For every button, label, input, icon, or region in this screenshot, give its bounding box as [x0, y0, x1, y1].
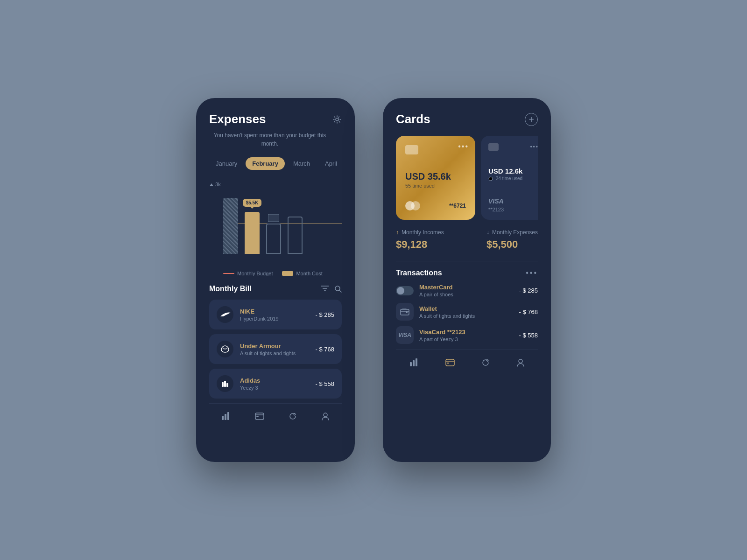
left-bottom-nav [209, 403, 342, 422]
transaction-wallet[interactable]: Wallet A suit of tights and tights - $ 7… [396, 303, 538, 321]
right-nav-profile-icon[interactable] [514, 357, 527, 369]
search-icon[interactable] [334, 285, 342, 293]
svg-rect-9 [226, 383, 228, 387]
income-arrow-icon: ↑ [396, 229, 399, 236]
legend-cost: Month Cost [282, 271, 322, 276]
svg-rect-7 [222, 382, 224, 387]
chart-legend: Monthly Budget Month Cost [209, 271, 342, 276]
month-tabs: January February March April [209, 157, 342, 170]
underarmour-logo [217, 341, 233, 357]
bar-march [266, 214, 281, 254]
mastercard-desc: A pair of shoes [419, 292, 514, 297]
bar-tooltip: $5.5K [243, 199, 262, 207]
expenses-label: ↓ Monthly Expenses [486, 229, 538, 236]
card-secondary-top: ••• [488, 143, 538, 151]
card-chip [405, 145, 418, 154]
adidas-logo [217, 375, 233, 392]
svg-point-16 [324, 413, 327, 417]
right-nav-card-icon[interactable] [444, 357, 457, 368]
svg-rect-24 [446, 359, 454, 366]
cost-indicator [282, 271, 293, 276]
right-nav-refresh-icon[interactable] [479, 357, 492, 369]
cards-header: Cards + [396, 112, 538, 126]
visa-info: VisaCard **2123 A part of Yeezy 3 [419, 329, 514, 342]
settings-icon[interactable] [332, 115, 342, 124]
card-main-bottom: **6721 [405, 201, 466, 210]
card-secondary-used: 24 time used [488, 176, 538, 181]
adidas-name: Adidas [240, 377, 309, 384]
card-secondary-visa-label: VISA [488, 197, 538, 205]
cards-carousel: ••• USD 35.6k 55 time used **6721 [396, 136, 538, 220]
bill-item-nike[interactable]: NIKE HyperDunk 2019 - $ 285 [209, 300, 342, 329]
card-secondary[interactable]: ••• USD 12.6k 24 time used VISA **2123 [481, 136, 538, 220]
svg-rect-12 [227, 412, 229, 420]
card-main-amount: USD 35.6k [405, 171, 466, 182]
transactions-title: Transactions [396, 269, 442, 277]
tab-january[interactable]: January [209, 157, 244, 170]
card-main-number: **6721 [449, 203, 466, 209]
bill-item-underarmour[interactable]: Under Armour A suit of tights and tights… [209, 334, 342, 364]
visa-name: VisaCard **2123 [419, 329, 514, 336]
transaction-visacard[interactable]: VISA VisaCard **2123 A part of Yeezy 3 -… [396, 326, 538, 344]
incomes-amount: $9,128 [396, 238, 444, 251]
card-secondary-number: **2123 [488, 207, 538, 212]
underarmour-name: Under Armour [240, 343, 309, 350]
bill-item-adidas[interactable]: Adidas Yeezy 3 - $ 558 [209, 369, 342, 399]
chart-bars: $5.5K [209, 179, 342, 254]
nike-name: NIKE [240, 308, 309, 315]
bar-april [288, 217, 303, 254]
transaction-mastercard[interactable]: MasterCard A pair of shoes - $ 285 [396, 284, 538, 297]
underarmour-info: Under Armour A suit of tights and tights [240, 343, 309, 356]
phones-container: Expenses You haven't spent more than you… [196, 98, 551, 462]
tab-april[interactable]: April [318, 157, 344, 170]
svg-rect-23 [416, 358, 417, 366]
bar-january [223, 198, 238, 254]
svg-point-0 [336, 118, 338, 121]
nav-chart-icon[interactable] [219, 410, 233, 422]
nike-logo [217, 306, 233, 323]
card-secondary-menu[interactable]: ••• [530, 144, 538, 150]
mastercard-info: MasterCard A pair of shoes [419, 284, 514, 297]
nav-card-icon[interactable] [253, 411, 266, 422]
expenses-title: Expenses [209, 112, 266, 126]
nav-refresh-icon[interactable] [287, 410, 299, 422]
tab-february[interactable]: February [246, 157, 285, 170]
transactions-header: Transactions ••• [396, 269, 538, 277]
card-main-gold[interactable]: ••• USD 35.6k 55 time used **6721 [396, 136, 475, 220]
svg-rect-8 [224, 381, 226, 387]
wallet-icon [396, 303, 414, 321]
svg-rect-10 [222, 416, 224, 420]
cards-phone: Cards + ••• USD 35.6k 55 time used [383, 98, 551, 462]
card-secondary-chip [488, 143, 499, 151]
monthly-bill-title: Monthly Bill [209, 285, 252, 293]
nike-info: NIKE HyperDunk 2019 [240, 308, 309, 322]
bar-february: $5.5K [245, 209, 260, 254]
transactions-menu-icon[interactable]: ••• [526, 269, 538, 277]
filter-icon[interactable] [321, 285, 329, 293]
svg-rect-1 [268, 214, 279, 222]
mastercard-amount: - $ 285 [519, 287, 538, 294]
adidas-info: Adidas Yeezy 3 [240, 377, 309, 391]
card-menu-icon[interactable]: ••• [458, 142, 469, 151]
underarmour-desc: A suit of tights and tights [240, 350, 309, 356]
tab-march[interactable]: March [287, 157, 317, 170]
monthly-bill-header: Monthly Bill [209, 285, 342, 293]
adidas-amount: - $ 558 [316, 380, 334, 387]
monthly-incomes: ↑ Monthly Incomes $9,128 [396, 229, 444, 251]
mastercard-name: MasterCard [419, 284, 514, 291]
adidas-desc: Yeezy 3 [240, 385, 309, 391]
nav-profile-icon[interactable] [319, 410, 331, 422]
mastercard-toggle-icon [396, 286, 414, 295]
mastercard-logo [405, 201, 420, 210]
right-nav-chart-icon[interactable] [408, 357, 421, 369]
svg-rect-21 [410, 362, 412, 366]
nike-desc: HyperDunk 2019 [240, 316, 309, 322]
expense-chart: 3k $5.5K [209, 179, 342, 263]
expenses-subtitle: You haven't spent more than your budget … [209, 131, 331, 148]
right-bottom-nav [396, 350, 538, 369]
budget-line-indicator [223, 273, 234, 274]
wallet-name: Wallet [419, 305, 514, 312]
add-card-icon[interactable]: + [525, 113, 538, 126]
visa-card-icon: VISA [396, 326, 414, 344]
cards-title: Cards [396, 112, 430, 126]
